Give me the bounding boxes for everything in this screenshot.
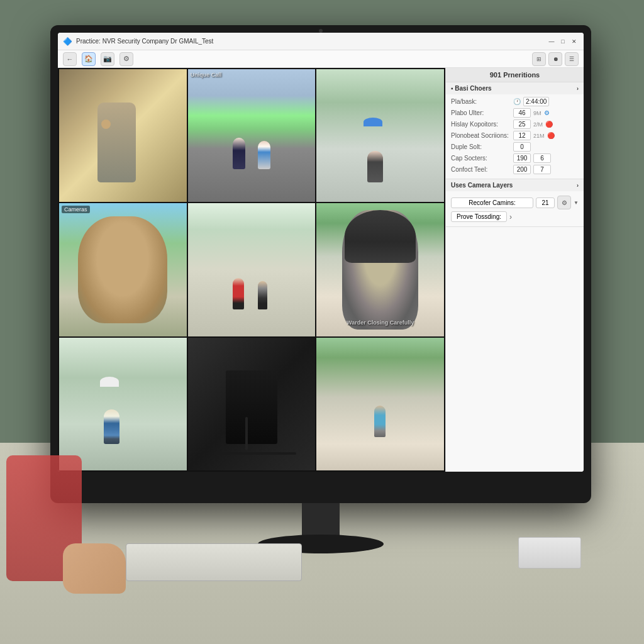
alert-icon-plono: 🔴 [547, 132, 555, 139]
recorder-settings-icon[interactable]: ⚙ [557, 196, 571, 209]
camera-cell-2[interactable]: Unique Call [188, 69, 316, 202]
prop-value-confoct1[interactable]: 200 [513, 165, 531, 174]
prop-value-plabo1[interactable]: 46 [513, 108, 531, 118]
desk-device [518, 537, 581, 569]
prop-label-duple: Duple Solt: [451, 143, 511, 150]
recorder-label: Recofer Camins: [469, 199, 515, 206]
app-icon: 🔷 [63, 37, 72, 46]
section-arrow-basic: › [577, 86, 579, 92]
prop-unit-plabo: 9M [533, 110, 541, 116]
prop-confoct: Confoct Teel: 200 7 [451, 165, 579, 174]
maximize-button[interactable]: □ [558, 37, 567, 46]
prop-value-duple[interactable]: 0 [513, 142, 531, 152]
camera-cell-8[interactable] [188, 338, 316, 470]
section-label-basic: ▪ Basi Choers [451, 85, 492, 92]
section-arrow-camera: › [577, 182, 579, 189]
main-content: Unique Call Cameras [58, 68, 584, 472]
back-icon: ← [67, 55, 74, 63]
minimize-button[interactable]: — [547, 37, 556, 46]
prop-label-hislay: Hislay Kopoitors: [451, 121, 511, 128]
prop-cap: Cap Socters: 190 6 [451, 153, 579, 163]
camera-cell-7[interactable] [59, 338, 187, 470]
camera-cell-6[interactable]: Warder Closing Carefully [316, 203, 444, 336]
prop-unit-plono: 21M [533, 133, 545, 139]
monitor: 🔷 Practice: NVR Security Company Dr GMAI… [50, 25, 591, 503]
layout-button[interactable]: ⊞ [532, 52, 546, 66]
right-panel: 901 Prneritions ▪ Basi Choers › Pla/bask… [445, 68, 584, 472]
camera-cell-4[interactable]: Cameras [59, 203, 187, 336]
back-button[interactable]: ← [63, 52, 77, 66]
cam2-watermark: Unique Call [191, 72, 222, 78]
cam4-label: Cameras [62, 206, 90, 213]
prop-playback: Pla/bask: 🕐 2:44:00 [451, 97, 579, 106]
camera-cell-5[interactable] [188, 203, 316, 336]
section-label-camera: Uses Camera Layers [451, 182, 513, 189]
recorder-select[interactable]: Recofer Camins: [451, 197, 533, 208]
prop-value-confoct2[interactable]: 7 [533, 165, 551, 174]
keyboard [126, 543, 302, 581]
clock-icon: 🕐 [513, 98, 521, 105]
recorder-arrow: ▼ [574, 200, 579, 206]
monitor-screen: 🔷 Practice: NVR Security Company Dr GMAI… [58, 33, 584, 472]
camera-cell-9[interactable] [316, 338, 444, 470]
prop-hislay: Hislay Kopoitors: 25 2/M 🔴 [451, 119, 579, 129]
menu-button[interactable]: ☰ [565, 52, 579, 66]
prop-label-confoct: Confoct Teel: [451, 166, 511, 173]
probe-row: Prove Tossding: › [451, 211, 579, 222]
prop-duple: Duple Solt: 0 [451, 142, 579, 152]
alert-icon-hislay: 🔴 [545, 121, 553, 128]
camera-icon: 📷 [103, 55, 112, 63]
home-button[interactable]: 🏠 [82, 52, 96, 66]
probe-button[interactable]: Prove Tossding: [451, 211, 507, 222]
prop-unit-hislay: 2/M [533, 121, 543, 128]
camera-cell-1[interactable] [59, 69, 187, 202]
window-toolbar: ← 🏠 📷 ⚙ ⊞ ⏺ ☰ [58, 50, 584, 68]
prop-plabo: Plabo Ulter: 46 9M ⚙ [451, 108, 579, 118]
scene: 🔷 Practice: NVR Security Company Dr GMAI… [0, 0, 644, 644]
panel-section-camera: Uses Camera Layers › Recofer Camins: 21 … [446, 179, 584, 227]
prop-value-playback: 2:44:00 [523, 97, 549, 106]
settings-button[interactable]: ⚙ [119, 52, 133, 66]
prop-label-playback: Pla/bask: [451, 98, 511, 105]
panel-header: 901 Prneritions [446, 68, 584, 82]
section-header-camera[interactable]: Uses Camera Layers › [446, 179, 584, 191]
camera-button[interactable]: 📷 [101, 52, 114, 66]
prop-value-cap2[interactable]: 6 [533, 153, 551, 163]
foreground-hand [63, 543, 126, 594]
prop-value-hislay1[interactable]: 25 [513, 119, 531, 129]
prop-plono: Plonobeat Socriions: 12 21M 🔴 [451, 131, 579, 140]
prop-label-cap: Cap Socters: [451, 155, 511, 162]
gear-icon-plabo[interactable]: ⚙ [544, 109, 550, 116]
settings-icon: ⚙ [123, 55, 130, 63]
camera-grid: Unique Call Cameras [58, 68, 445, 472]
cam6-watermark: Warder Closing Carefully [316, 319, 444, 326]
section-header-basic[interactable]: ▪ Basi Choers › [446, 82, 584, 94]
window-controls: — □ ✕ [547, 37, 579, 46]
probe-label: Prove Tossding: [457, 213, 501, 220]
camera-cell-3[interactable] [316, 69, 444, 202]
close-button[interactable]: ✕ [570, 37, 579, 46]
section-content-camera: Recofer Camins: 21 ⚙ ▼ Prove Tossding: [446, 191, 584, 226]
panel-section-basic: ▪ Basi Choers › Pla/bask: 🕐 2:44:00 Plab… [446, 82, 584, 179]
prop-value-plono1[interactable]: 12 [513, 131, 531, 140]
window-title: Practice: NVR Security Company Dr GMAIL_… [76, 38, 543, 45]
record-button[interactable]: ⏺ [548, 52, 562, 66]
prop-label-plono: Plonobeat Socriions: [451, 132, 511, 139]
section-content-basic: Pla/bask: 🕐 2:44:00 Plabo Ulter: 46 9M ⚙ [446, 94, 584, 179]
window-titlebar: 🔷 Practice: NVR Security Company Dr GMAI… [58, 33, 584, 50]
recorder-value[interactable]: 21 [536, 197, 555, 208]
prop-label-plabo: Plabo Ulter: [451, 109, 511, 116]
home-icon: 🏠 [84, 55, 93, 63]
monitor-stand-neck [302, 503, 340, 538]
probe-arrow: › [509, 213, 512, 221]
recorder-row: Recofer Camins: 21 ⚙ ▼ [451, 196, 579, 209]
prop-value-cap1[interactable]: 190 [513, 153, 531, 163]
